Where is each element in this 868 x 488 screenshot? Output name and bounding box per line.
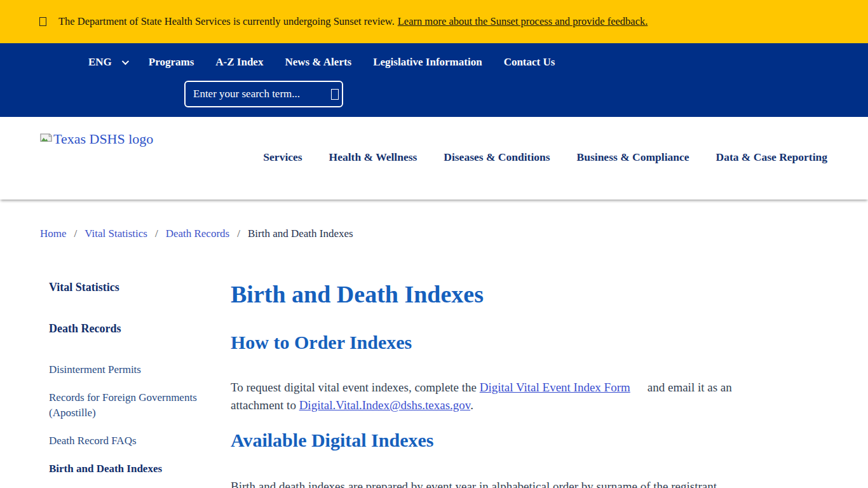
paragraph-text: and email it as an <box>648 381 732 394</box>
sidebar-item-death-records[interactable]: Death Records <box>49 321 208 336</box>
nav-item-data-case-reporting[interactable]: Data & Case Reporting <box>716 151 827 164</box>
paragraph-text: To request digital vital event indexes, … <box>231 381 480 394</box>
nav-item-business-compliance[interactable]: Business & Compliance <box>577 151 689 164</box>
sunset-feedback-link[interactable]: Learn more about the Sunset process and … <box>398 15 648 28</box>
order-instructions-paragraph: To request digital vital event indexes, … <box>231 379 785 414</box>
email-link[interactable]: Digital.Vital.Index@dshs.texas.gov <box>299 398 470 412</box>
utility-nav: ENG Programs A-Z Index News & Alerts Leg… <box>0 43 868 117</box>
language-selector[interactable]: ENG <box>88 56 127 69</box>
language-label: ENG <box>88 56 112 69</box>
nav-item-services[interactable]: Services <box>263 151 302 164</box>
page-title: Birth and Death Indexes <box>231 280 785 309</box>
primary-nav: Services Health & Wellness Diseases & Co… <box>263 151 827 164</box>
alert-banner: The Department of State Health Services … <box>0 0 868 43</box>
paragraph-text: attachment to <box>231 398 299 412</box>
breadcrumb-current: Birth and Death Indexes <box>248 227 353 240</box>
digital-vital-event-index-form-link[interactable]: Digital Vital Event Index Form <box>480 381 630 394</box>
sidebar-item-death-record-faqs[interactable]: Death Record FAQs <box>49 433 208 449</box>
paragraph-text: . <box>470 398 473 412</box>
search-box[interactable] <box>184 81 343 107</box>
breadcrumb-separator: / <box>74 227 78 240</box>
breadcrumb-separator: / <box>237 227 240 240</box>
sidebar-item-vital-statistics[interactable]: Vital Statistics <box>49 280 208 295</box>
alert-icon <box>39 17 46 26</box>
nav-item-contact-us[interactable]: Contact Us <box>504 56 555 69</box>
sidebar-item-disinterment-permits[interactable]: Disinterment Permits <box>49 362 208 377</box>
sidebar-item-records-foreign-governments[interactable]: Records for Foreign Governments (Apostil… <box>49 390 208 421</box>
section-heading-available-indexes: Available Digital Indexes <box>231 427 785 454</box>
nav-item-news-alerts[interactable]: News & Alerts <box>285 56 351 69</box>
site-header: Texas DSHS logo Services Health & Wellne… <box>0 117 868 200</box>
nav-item-legislative-information[interactable]: Legislative Information <box>373 56 482 69</box>
alert-text: The Department of State Health Services … <box>58 15 395 28</box>
indexes-description-paragraph: Birth and death indexes are prepared by … <box>231 478 785 488</box>
sidebar-item-birth-death-indexes[interactable]: Birth and Death Indexes <box>49 461 208 477</box>
nav-item-health-wellness[interactable]: Health & Wellness <box>329 151 417 164</box>
main-content: Birth and Death Indexes How to Order Ind… <box>231 280 785 488</box>
search-input[interactable] <box>193 88 326 100</box>
logo-link[interactable]: Texas DSHS logo <box>40 131 153 147</box>
breadcrumb-separator: / <box>155 227 158 240</box>
breadcrumb-vital-statistics[interactable]: Vital Statistics <box>85 227 147 240</box>
nav-item-diseases-conditions[interactable]: Diseases & Conditions <box>444 151 550 164</box>
sidebar-nav: Vital Statistics Death Records Disinterm… <box>0 280 231 488</box>
breadcrumb-death-records[interactable]: Death Records <box>166 227 230 240</box>
chevron-down-icon <box>122 58 129 65</box>
broken-image-icon <box>40 133 52 146</box>
section-heading-how-to-order: How to Order Indexes <box>231 329 785 356</box>
nav-item-az-index[interactable]: A-Z Index <box>215 56 263 69</box>
page-body: Vital Statistics Death Records Disinterm… <box>0 280 868 488</box>
nav-item-programs[interactable]: Programs <box>149 56 194 69</box>
search-icon[interactable] <box>331 89 339 100</box>
breadcrumb: Home / Vital Statistics / Death Records … <box>0 200 868 240</box>
logo-alt-text: Texas DSHS logo <box>53 131 153 147</box>
breadcrumb-home[interactable]: Home <box>40 227 67 240</box>
